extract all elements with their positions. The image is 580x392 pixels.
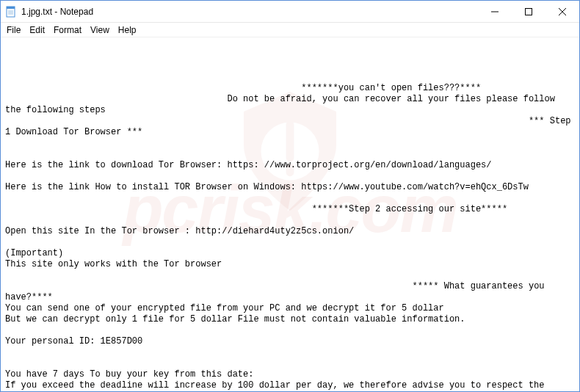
svg-rect-6 — [526, 9, 532, 15]
notepad-window: 1.jpg.txt - Notepad File Edit Format Vie… — [0, 0, 580, 392]
maximize-button[interactable] — [512, 1, 545, 23]
menu-view[interactable]: View — [86, 23, 114, 37]
titlebar[interactable]: 1.jpg.txt - Notepad — [1, 1, 579, 23]
window-title: 1.jpg.txt - Notepad — [21, 7, 478, 17]
minimize-button[interactable] — [478, 1, 512, 23]
menu-format[interactable]: Format — [49, 23, 86, 37]
close-button[interactable] — [545, 1, 579, 23]
menu-help[interactable]: Help — [114, 23, 141, 37]
notepad-icon — [5, 6, 17, 18]
menu-edit[interactable]: Edit — [25, 23, 49, 37]
svg-rect-1 — [7, 7, 15, 9]
text-area[interactable]: pcrisk.com *******you can't open files??… — [1, 37, 579, 391]
menu-file[interactable]: File — [2, 23, 25, 37]
window-controls — [478, 1, 579, 22]
document-text: *******you can't open files???**** Do no… — [5, 83, 575, 391]
menubar: File Edit Format View Help — [1, 23, 579, 37]
